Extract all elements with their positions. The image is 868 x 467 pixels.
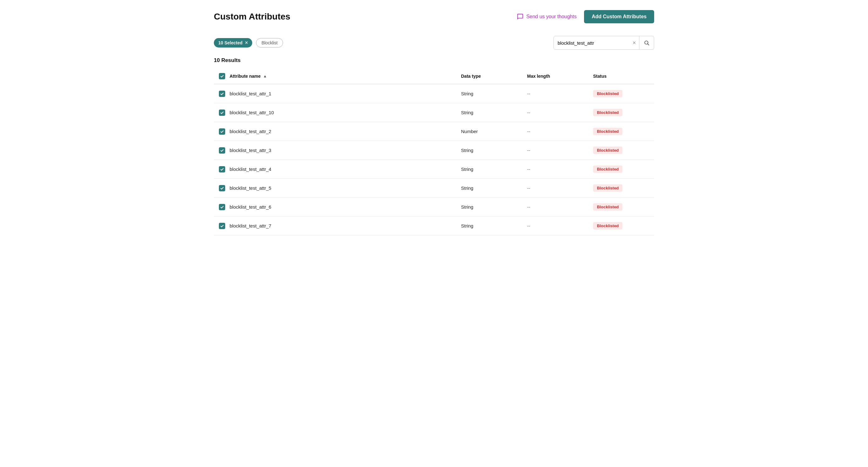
cell-status-0: Blocklisted xyxy=(588,84,654,103)
cell-status-2: Blocklisted xyxy=(588,122,654,141)
status-badge-7: Blocklisted xyxy=(593,222,622,229)
cell-maxlength-0: -- xyxy=(522,84,588,103)
search-clear-button[interactable]: × xyxy=(629,36,639,50)
row-datatype-1: String xyxy=(461,110,473,115)
attributes-table: Attribute name ▲ Data type Max length St… xyxy=(214,68,654,235)
header-actions: Send us your thoughts Add Custom Attribu… xyxy=(517,10,654,23)
search-input[interactable] xyxy=(554,36,629,50)
results-count: 10 Results xyxy=(214,57,654,64)
cell-name-1: blocklist_test_attr_10 xyxy=(214,103,456,122)
row-datatype-3: String xyxy=(461,148,473,153)
col-header-datatype: Data type xyxy=(456,68,522,84)
add-custom-attributes-button[interactable]: Add Custom Attributes xyxy=(584,10,654,23)
cell-maxlength-5: -- xyxy=(522,179,588,198)
cell-name-3: blocklist_test_attr_3 xyxy=(214,141,456,160)
status-badge-3: Blocklisted xyxy=(593,147,622,154)
row-maxlength-6: -- xyxy=(527,204,530,210)
sort-icon[interactable]: ▲ xyxy=(263,74,267,78)
clear-selection-icon[interactable]: × xyxy=(245,40,248,46)
table-row: blocklist_test_attr_5 String -- Blocklis… xyxy=(214,179,654,198)
row-attr-name-4: blocklist_test_attr_4 xyxy=(229,167,271,172)
row-check-icon-0 xyxy=(220,92,224,96)
row-attr-name-5: blocklist_test_attr_5 xyxy=(229,185,271,191)
cell-maxlength-2: -- xyxy=(522,122,588,141)
page-title: Custom Attributes xyxy=(214,12,290,22)
cell-maxlength-6: -- xyxy=(522,198,588,216)
row-check-icon-6 xyxy=(220,205,224,209)
row-checkbox-7[interactable] xyxy=(219,223,225,229)
cell-name-2: blocklist_test_attr_2 xyxy=(214,122,456,141)
row-check-icon-3 xyxy=(220,149,224,152)
cell-datatype-6: String xyxy=(456,198,522,216)
svg-line-1 xyxy=(648,44,649,45)
search-container: × xyxy=(554,36,654,50)
search-submit-button[interactable] xyxy=(639,36,654,50)
cell-name-0: blocklist_test_attr_1 xyxy=(214,84,456,103)
row-datatype-4: String xyxy=(461,167,473,172)
select-all-checkbox[interactable] xyxy=(219,73,225,79)
cell-name-4: blocklist_test_attr_4 xyxy=(214,160,456,179)
selected-count-label: 10 Selected xyxy=(218,40,243,45)
status-badge-0: Blocklisted xyxy=(593,90,622,97)
table-body: blocklist_test_attr_1 String -- Blocklis… xyxy=(214,84,654,235)
row-checkbox-5[interactable] xyxy=(219,185,225,191)
row-checkbox-6[interactable] xyxy=(219,204,225,210)
table-row: blocklist_test_attr_2 Number -- Blocklis… xyxy=(214,122,654,141)
select-all-check-icon xyxy=(220,74,224,78)
row-check-icon-7 xyxy=(220,224,224,228)
cell-maxlength-1: -- xyxy=(522,103,588,122)
col-name-label: Attribute name xyxy=(229,74,261,79)
cell-status-1: Blocklisted xyxy=(588,103,654,122)
row-datatype-0: String xyxy=(461,91,473,96)
cell-maxlength-3: -- xyxy=(522,141,588,160)
page-header: Custom Attributes Send us your thoughts … xyxy=(214,10,654,23)
table-row: blocklist_test_attr_4 String -- Blocklis… xyxy=(214,160,654,179)
cell-datatype-3: String xyxy=(456,141,522,160)
feedback-link[interactable]: Send us your thoughts xyxy=(517,13,577,20)
row-maxlength-5: -- xyxy=(527,185,530,191)
row-maxlength-7: -- xyxy=(527,223,530,229)
row-maxlength-1: -- xyxy=(527,110,530,115)
feedback-label: Send us your thoughts xyxy=(526,14,577,20)
table-row: blocklist_test_attr_7 String -- Blocklis… xyxy=(214,216,654,235)
row-datatype-7: String xyxy=(461,223,473,229)
row-check-icon-2 xyxy=(220,130,224,134)
cell-datatype-4: String xyxy=(456,160,522,179)
row-check-icon-4 xyxy=(220,168,224,171)
cell-name-5: blocklist_test_attr_5 xyxy=(214,179,456,198)
cell-status-6: Blocklisted xyxy=(588,198,654,216)
row-attr-name-6: blocklist_test_attr_6 xyxy=(229,204,271,210)
blocklist-filter-tag[interactable]: Blocklist xyxy=(256,38,283,48)
selected-badge[interactable]: 10 Selected × xyxy=(214,38,252,48)
row-attr-name-2: blocklist_test_attr_2 xyxy=(229,129,271,134)
col-header-maxlength: Max length xyxy=(522,68,588,84)
table-row: blocklist_test_attr_3 String -- Blocklis… xyxy=(214,141,654,160)
row-check-icon-5 xyxy=(220,186,224,190)
cell-name-7: blocklist_test_attr_7 xyxy=(214,216,456,235)
cell-status-7: Blocklisted xyxy=(588,216,654,235)
row-maxlength-0: -- xyxy=(527,91,530,96)
row-datatype-5: String xyxy=(461,185,473,191)
row-check-icon-1 xyxy=(220,111,224,115)
filters-row: 10 Selected × Blocklist × xyxy=(214,36,654,50)
row-checkbox-4[interactable] xyxy=(219,166,225,172)
row-checkbox-3[interactable] xyxy=(219,147,225,153)
table-row: blocklist_test_attr_6 String -- Blocklis… xyxy=(214,198,654,216)
col-header-name: Attribute name ▲ xyxy=(214,68,456,84)
cell-name-6: blocklist_test_attr_6 xyxy=(214,198,456,216)
row-maxlength-2: -- xyxy=(527,129,530,134)
cell-status-4: Blocklisted xyxy=(588,160,654,179)
row-attr-name-1: blocklist_test_attr_10 xyxy=(229,110,274,115)
row-checkbox-1[interactable] xyxy=(219,110,225,116)
row-maxlength-3: -- xyxy=(527,148,530,153)
row-checkbox-0[interactable] xyxy=(219,91,225,97)
table-row: blocklist_test_attr_10 String -- Blockli… xyxy=(214,103,654,122)
table-header: Attribute name ▲ Data type Max length St… xyxy=(214,68,654,84)
status-badge-5: Blocklisted xyxy=(593,184,622,192)
row-attr-name-3: blocklist_test_attr_3 xyxy=(229,148,271,153)
status-badge-4: Blocklisted xyxy=(593,166,622,173)
row-checkbox-2[interactable] xyxy=(219,128,225,135)
cell-status-5: Blocklisted xyxy=(588,179,654,198)
cell-datatype-7: String xyxy=(456,216,522,235)
status-badge-1: Blocklisted xyxy=(593,109,622,116)
